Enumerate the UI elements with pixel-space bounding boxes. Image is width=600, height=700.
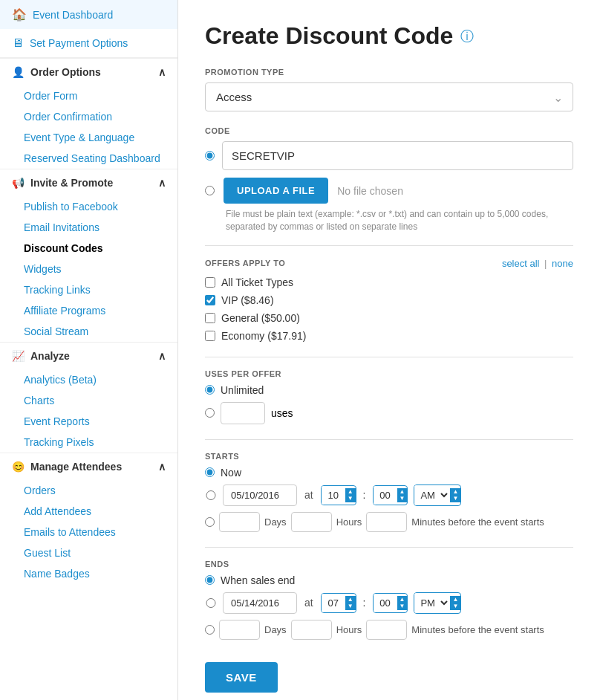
ends-when-sales-radio[interactable]: [205, 575, 215, 585]
uses-per-offer-section: USES PER OFFER Unlimited uses: [205, 369, 573, 424]
all-ticket-types-checkbox[interactable]: [205, 277, 215, 288]
uses-count-radio[interactable]: [205, 408, 215, 418]
ends-minutes-input[interactable]: [366, 620, 407, 640]
promotion-type-select[interactable]: Access Discount: [205, 82, 573, 111]
sidebar-subitem-orders[interactable]: Orders: [12, 480, 177, 501]
file-hint: File must be plain text (example: *.csv …: [226, 208, 573, 233]
starts-date-input[interactable]: [223, 485, 297, 506]
sidebar-subitem-publish-facebook[interactable]: Publish to Facebook: [12, 196, 177, 217]
offers-links: select all | none: [502, 258, 573, 269]
ends-at-label: at: [304, 597, 313, 609]
starts-days-radio[interactable]: [205, 517, 215, 527]
ends-hours-input[interactable]: [291, 620, 332, 640]
uses-count-input[interactable]: [221, 402, 265, 424]
ends-hour-up[interactable]: ▲: [348, 596, 353, 603]
sidebar-subitem-social-stream[interactable]: Social Stream: [12, 321, 177, 342]
ends-ampm-down[interactable]: ▼: [452, 603, 458, 610]
invite-promote-subitems: Publish to Facebook Email Invitations Di…: [0, 196, 177, 342]
starts-ampm-select[interactable]: AM PM: [414, 485, 450, 505]
starts-min-up[interactable]: ▲: [400, 488, 405, 496]
starts-hour-down[interactable]: ▼: [348, 495, 353, 502]
starts-date-radio[interactable]: [205, 490, 217, 500]
sidebar-subitem-email-invitations[interactable]: Email Invitations: [12, 217, 177, 238]
starts-min-spinner[interactable]: ▲ ▼: [373, 485, 408, 505]
sidebar-subitem-order-confirmation[interactable]: Order Confirmation: [12, 106, 177, 127]
starts-days-input[interactable]: [219, 512, 260, 532]
invite-icon: 📢: [12, 177, 25, 189]
starts-min-input[interactable]: [374, 486, 397, 505]
sidebar-subitem-tracking-links[interactable]: Tracking Links: [12, 279, 177, 300]
sidebar-subitem-add-attendees[interactable]: Add Attendees: [12, 501, 177, 522]
sidebar-subitem-reserved-seating[interactable]: Reserved Seating Dashboard: [12, 148, 177, 169]
ends-min-spinner[interactable]: ▲ ▼: [373, 593, 408, 613]
sidebar-section-manage-attendees[interactable]: 😊 Manage Attendees ∧: [0, 453, 177, 480]
none-link[interactable]: none: [552, 258, 573, 269]
sidebar-subitem-name-badges[interactable]: Name Badges: [12, 563, 177, 584]
unlimited-row: Unlimited: [205, 384, 573, 396]
ends-date-radio[interactable]: [205, 598, 217, 608]
starts-now-row: Now: [205, 467, 573, 479]
ends-when-sales-label: When sales end: [221, 574, 295, 586]
ends-hour-spinner[interactable]: ▲ ▼: [321, 593, 356, 613]
uses-count-row: uses: [205, 402, 573, 424]
ends-hour-input[interactable]: [322, 594, 345, 612]
upload-file-button[interactable]: UPLOAD A FILE: [224, 178, 328, 204]
code-radio-manual[interactable]: [205, 151, 215, 161]
sidebar-section-analyze[interactable]: 📈 Analyze ∧: [0, 342, 177, 369]
sidebar-subitem-affiliate-programs[interactable]: Affiliate Programs: [12, 300, 177, 321]
ends-min-up[interactable]: ▲: [400, 596, 405, 603]
offers-apply-section: OFFERS APPLY TO select all | none All Ti…: [205, 258, 573, 342]
ends-ampm-select[interactable]: AM PM: [414, 593, 450, 613]
unlimited-radio[interactable]: [205, 385, 215, 395]
ends-days-radio[interactable]: [205, 625, 215, 635]
ends-date-input[interactable]: [223, 592, 297, 614]
analyze-subitems: Analytics (Beta) Charts Event Reports Tr…: [0, 369, 177, 453]
starts-hours-input[interactable]: [291, 512, 332, 532]
ends-days-input[interactable]: [219, 620, 260, 640]
ends-min-down[interactable]: ▼: [400, 603, 405, 610]
starts-hour-up[interactable]: ▲: [348, 488, 353, 496]
ends-ampm-spinner[interactable]: AM PM ▲ ▼: [414, 592, 461, 614]
info-icon[interactable]: ⓘ: [460, 27, 474, 45]
sidebar-subitem-event-reports[interactable]: Event Reports: [12, 411, 177, 432]
starts-ampm-spinner[interactable]: AM PM ▲ ▼: [414, 485, 461, 506]
save-button[interactable]: SAVE: [205, 662, 278, 693]
starts-min-down[interactable]: ▼: [400, 495, 405, 502]
offers-header: OFFERS APPLY TO select all | none: [205, 258, 573, 269]
starts-minutes-input[interactable]: [366, 512, 407, 532]
select-all-link[interactable]: select all: [502, 258, 540, 269]
ends-ampm-up[interactable]: ▲: [452, 596, 458, 603]
vip-checkbox[interactable]: [205, 295, 215, 305]
code-radio-file[interactable]: [205, 186, 215, 195]
sidebar-subitem-charts[interactable]: Charts: [12, 390, 177, 411]
starts-ampm-down[interactable]: ▼: [452, 495, 458, 502]
starts-hour-input[interactable]: [322, 486, 345, 505]
ends-min-input[interactable]: [374, 594, 397, 612]
ends-days-label: Days: [264, 624, 287, 635]
starts-ampm-up[interactable]: ▲: [452, 488, 458, 496]
sidebar-subitem-analytics[interactable]: Analytics (Beta): [12, 369, 177, 390]
sidebar-section-order-options[interactable]: 👤 Order Options ∧: [0, 58, 177, 85]
sidebar-subitem-discount-codes[interactable]: Discount Codes: [12, 238, 177, 259]
sidebar-subitem-order-form[interactable]: Order Form: [12, 85, 177, 106]
sidebar-subitem-tracking-pixels[interactable]: Tracking Pixels: [12, 432, 177, 453]
all-ticket-types-label: All Ticket Types: [221, 276, 293, 288]
ends-hour-down[interactable]: ▼: [348, 603, 353, 610]
code-input[interactable]: [222, 141, 573, 170]
sidebar-subitem-widgets[interactable]: Widgets: [12, 259, 177, 279]
order-options-subitems: Order Form Order Confirmation Event Type…: [0, 85, 177, 169]
sidebar-subitem-event-type[interactable]: Event Type & Language: [12, 127, 177, 148]
sidebar-subitem-guest-list[interactable]: Guest List: [12, 542, 177, 563]
economy-checkbox[interactable]: [205, 331, 215, 341]
vip-ticket-row: VIP ($8.46): [205, 294, 573, 306]
sidebar-item-event-dashboard[interactable]: 🏠 Event Dashboard: [0, 0, 177, 29]
general-checkbox[interactable]: [205, 313, 215, 323]
sidebar-item-set-payment[interactable]: 🖥 Set Payment Options: [0, 29, 177, 57]
starts-now-radio[interactable]: [205, 467, 215, 477]
ends-section: ENDS When sales end at ▲ ▼ : ▲ ▼: [205, 560, 573, 640]
sidebar-section-invite-promote[interactable]: 📢 Invite & Promote ∧: [0, 169, 177, 196]
attendees-icon: 😊: [12, 461, 25, 473]
starts-hour-spinner[interactable]: ▲ ▼: [321, 485, 356, 505]
sidebar-subitem-emails-attendees[interactable]: Emails to Attendees: [12, 522, 177, 542]
promotion-type-label: PROMOTION TYPE: [205, 68, 573, 77]
